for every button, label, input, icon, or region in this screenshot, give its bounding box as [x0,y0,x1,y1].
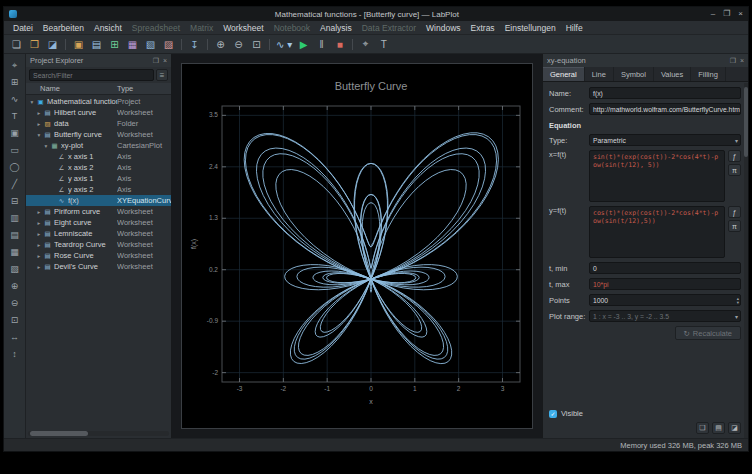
tmax-input[interactable]: 10*pi [589,278,741,290]
titlebar[interactable]: Mathematical functions - [Butterfly curv… [4,7,748,21]
add-rect-tool[interactable]: ▭ [7,142,23,158]
tmin-input[interactable]: 0 [589,262,741,274]
worksheet-page[interactable]: -3-2-10123-2-0.90.21.32.43.5Butterfly Cu… [181,63,533,429]
tree-row-hilbert-curve[interactable]: ▸▤Hilbert curveWorksheet [26,107,171,118]
select-mode-button[interactable]: ⌖ [357,36,374,52]
equation-type-dropdown[interactable]: Parametric ▾ [589,134,741,146]
zoom-out-tool[interactable]: ⊖ [7,295,23,311]
zoom-fit-button[interactable]: ⊡ [248,36,265,52]
pause-button[interactable]: ‖ [313,36,330,52]
menu-notebook[interactable]: Notebook [269,21,315,35]
new-matrix-button[interactable]: ▦ [124,36,141,52]
insert-constant-pi-button[interactable]: π [728,164,741,176]
dock-float-icon[interactable]: ❐ [153,54,159,67]
expander-icon[interactable]: ▸ [35,231,43,237]
expander-icon[interactable]: ▸ [35,220,43,226]
points-stepper[interactable]: 1000 ▴ ▾ [589,294,741,306]
menu-datei[interactable]: Datei [8,21,38,35]
menu-windows[interactable]: Windows [421,21,465,35]
new-spreadsheet-button[interactable]: ⊞ [106,36,123,52]
zoom-select-tool[interactable]: ⊞ [7,74,23,90]
plot-type-dropdown[interactable]: ∿ ▾ [274,36,294,52]
expander-icon[interactable]: ▸ [35,121,43,127]
layout-vertical-tool[interactable]: ▥ [7,210,23,226]
menu-worksheet[interactable]: Worksheet [218,21,268,35]
load-template-icon[interactable]: ▤ [712,422,725,434]
text-mode-button[interactable]: T [375,36,392,52]
menu-data-extractor[interactable]: Data Extractor [357,21,421,35]
tab-general[interactable]: General [543,67,585,81]
tree-row-y-axis-1[interactable]: ∠y axis 1Axis [26,173,171,184]
add-line-tool[interactable]: ╱ [7,176,23,192]
visible-checkbox[interactable]: ✓ [549,410,557,418]
tree-row-lemniscate[interactable]: ▸▤LemniscateWorksheet [26,228,171,239]
insert-function-button[interactable]: ƒ [728,150,741,162]
menu-spreadsheet[interactable]: Spreadsheet [127,21,185,35]
expander-icon[interactable]: ▾ [28,99,36,105]
save-project-button[interactable]: ◪ [44,36,61,52]
insert-constant-pi-button[interactable]: π [728,220,741,232]
tab-filling[interactable]: Filling [691,67,726,81]
new-workbook-button[interactable]: ▤ [88,36,105,52]
tree-row-devil-s-curve[interactable]: ▸▤Devil's CurveWorksheet [26,261,171,272]
tree-row-piriform-curve[interactable]: ▸▤Piriform curveWorksheet [26,206,171,217]
properties-scrollbar[interactable] [744,83,748,438]
tab-values[interactable]: Values [654,67,691,81]
column-header-name[interactable]: Name [26,84,117,93]
new-template-icon[interactable]: ❏ [696,422,709,434]
tree-row-rose-curve[interactable]: ▸▤Rose CurveWorksheet [26,250,171,261]
add-curve-tool[interactable]: ∿ [7,91,23,107]
menu-hilfe[interactable]: Hilfe [561,21,588,35]
new-worksheet-button[interactable]: ▧ [142,36,159,52]
tree-row-x-axis-2[interactable]: ∠x axis 2Axis [26,162,171,173]
y-equation-input[interactable]: cos(t)*(exp(cos(t))-2*cos(4*t)-pow(sin(t… [589,206,725,258]
tree-row-xy-plot[interactable]: ▾▦xy-plotCartesianPlot [26,140,171,151]
tree-row-teardrop-curve[interactable]: ▸▤Teardrop CurveWorksheet [26,239,171,250]
menu-bearbeiten[interactable]: Bearbeiten [38,21,89,35]
name-input[interactable]: f(x) [589,87,741,99]
import-data-button[interactable]: ↧ [186,36,203,52]
expander-icon[interactable]: ▸ [35,253,43,259]
menu-extras[interactable]: Extras [466,21,500,35]
new-folder-button[interactable]: ▣ [70,36,87,52]
stop-button[interactable]: ■ [331,36,348,52]
recalculate-button[interactable]: ↻ Recalculate [675,326,742,340]
expander-icon[interactable]: ▾ [35,132,43,138]
menu-analysis[interactable]: Analysis [315,21,357,35]
expander-icon[interactable]: ▸ [35,264,43,270]
add-text-tool[interactable]: T [7,108,23,124]
menu-einstellungen[interactable]: Einstellungen [500,21,561,35]
layout-horizontal-tool[interactable]: ▤ [7,227,23,243]
save-template-icon[interactable]: ◪ [728,422,741,434]
start-button[interactable]: ▶ [295,36,312,52]
maximize-button[interactable]: ❐ [723,7,730,21]
fit-height-tool[interactable]: ↕ [7,346,23,362]
zoom-in-button[interactable]: ⊕ [212,36,229,52]
comment-input[interactable]: http://mathworld.wolfram.com/ButterflyCu… [589,103,741,115]
tree-row-f-x-[interactable]: ∿f(x)XYEquationCurve [26,195,171,206]
tree-row-eight-curve[interactable]: ▸▤Eight curveWorksheet [26,217,171,228]
zoom-out-button[interactable]: ⊖ [230,36,247,52]
scrollbar-thumb[interactable] [744,87,748,157]
filter-options-icon[interactable]: ≡ [156,69,168,81]
tree-row-data[interactable]: ▸▨dataFolder [26,118,171,129]
explorer-horizontal-scrollbar[interactable] [28,431,169,436]
scrollbar-thumb[interactable] [30,431,88,436]
navigate-tool[interactable]: ⌖ [7,57,23,73]
dock-float-icon[interactable]: ❐ [730,54,736,67]
fit-page-tool[interactable]: ⊡ [7,312,23,328]
expander-icon[interactable]: ▸ [35,242,43,248]
tree-row-y-axis-2[interactable]: ∠y axis 2Axis [26,184,171,195]
close-button[interactable]: × [738,7,743,21]
break-layout-tool[interactable]: ▧ [7,261,23,277]
expander-icon[interactable]: ▾ [42,143,50,149]
tab-line[interactable]: Line [585,67,614,81]
grid-tool[interactable]: ⊟ [7,193,23,209]
new-project-button[interactable]: ❏ [8,36,25,52]
new-notebook-button[interactable]: ▨ [160,36,177,52]
dock-close-icon[interactable]: × [163,54,167,67]
column-header-type[interactable]: Type [117,84,171,93]
zoom-in-tool[interactable]: ⊕ [7,278,23,294]
menu-matrix[interactable]: Matrix [185,21,218,35]
plot-range-dropdown[interactable]: 1 : x = -3 .. 3, y = -2 .. 3.5 ▾ [589,310,741,322]
